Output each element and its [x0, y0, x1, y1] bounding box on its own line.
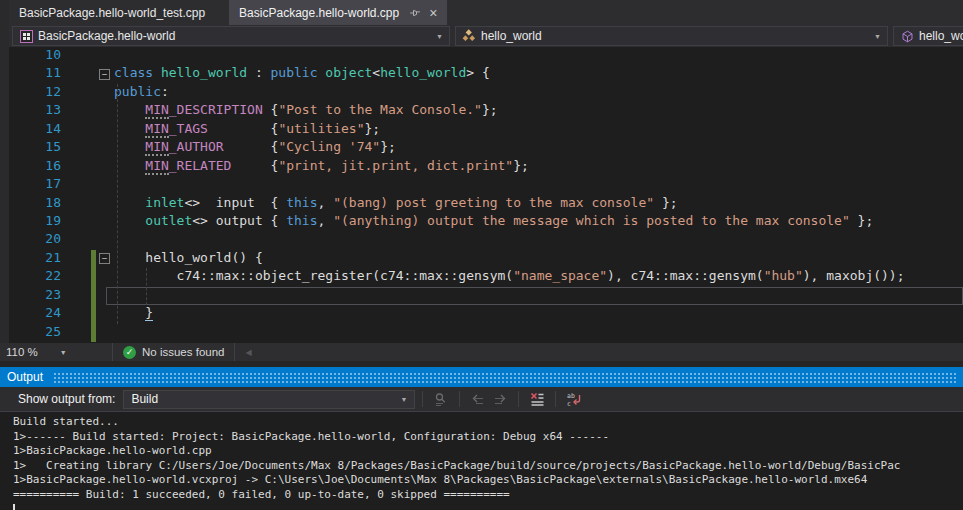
chevron-down-icon: ▼: [400, 396, 407, 403]
line-number: 19: [9, 213, 67, 231]
change-tracking-margin: [67, 47, 98, 343]
divider: [518, 391, 519, 407]
line-number: 16: [9, 158, 67, 176]
output-line: ========== Build: 1 succeeded, 0 failed,…: [13, 488, 963, 503]
code-line[interactable]: MIN_TAGS {"utilities"};: [114, 121, 963, 139]
line-number: 15: [9, 139, 67, 157]
scroll-left-arrow-icon[interactable]: ◀: [245, 348, 251, 357]
text-caret: [13, 504, 15, 510]
code-line[interactable]: [114, 176, 963, 194]
line-number: 20: [9, 231, 67, 249]
line-number: 18: [9, 195, 67, 213]
line-number: 25: [9, 324, 67, 342]
chevron-down-icon: ▼: [430, 33, 443, 40]
editor-status-bar: 110 % ▼ ✓ No issues found ◀: [0, 343, 963, 361]
word-wrap-icon[interactable]: abc: [565, 390, 583, 408]
output-line: 1>------ Build started: Project: BasicPa…: [13, 430, 963, 445]
code-line[interactable]: public:: [114, 84, 963, 102]
close-icon[interactable]: ×: [429, 6, 437, 20]
fold-collapse-icon[interactable]: −: [99, 69, 110, 80]
horizontal-scrollbar[interactable]: ◀: [235, 343, 963, 361]
output-line: 1>BasicPackage.hello-world.cpp: [13, 444, 963, 459]
line-number: 24: [9, 305, 67, 323]
svg-text:c: c: [567, 400, 571, 408]
class-icon: [462, 29, 476, 43]
line-number: 14: [9, 121, 67, 139]
find-message-icon[interactable]: [432, 390, 450, 408]
divider: [422, 391, 423, 407]
svg-text:ab: ab: [567, 392, 575, 400]
code-line[interactable]: MIN_DESCRIPTION {"Post to the Max Consol…: [114, 102, 963, 120]
indent-guide: [117, 84, 118, 324]
code-line[interactable]: [114, 324, 963, 342]
line-number: 17: [9, 176, 67, 194]
line-number: 11: [9, 65, 67, 83]
title-bar-drag-grip: [53, 371, 957, 383]
line-number: 23: [9, 287, 67, 305]
previous-message-icon[interactable]: [469, 390, 487, 408]
fold-collapse-icon[interactable]: −: [99, 253, 110, 264]
change-bar: [91, 250, 96, 342]
code-line[interactable]: hello_world() {: [114, 250, 963, 268]
output-log-area[interactable]: Build started...1>------ Build started: …: [0, 411, 963, 510]
tab-label: BasicPackage.hello-world_test.cpp: [19, 6, 205, 20]
next-message-icon[interactable]: [491, 390, 509, 408]
zoom-level-value: 110 %: [6, 346, 38, 358]
method-icon: [900, 29, 914, 43]
show-output-from-label: Show output from:: [18, 392, 115, 406]
line-number-gutter: 10111213141516171819202122232425: [9, 47, 67, 343]
code-line[interactable]: MIN_AUTHOR {"Cycling '74"};: [114, 139, 963, 157]
check-circle-icon: ✓: [123, 346, 136, 359]
project-dropdown-label: BasicPackage.hello-world: [38, 29, 175, 43]
output-line: 1>BasicPackage.hello-world.vcxproj -> C:…: [13, 473, 963, 488]
member-dropdown[interactable]: hello_world ▼: [893, 26, 963, 46]
cpp-project-icon: [19, 29, 33, 43]
document-tab-bar: BasicPackage.hello-world_test.cpp BasicP…: [9, 0, 963, 25]
type-dropdown-label: hello_world: [481, 29, 542, 43]
output-source-dropdown[interactable]: Build ▼: [123, 390, 415, 409]
indent-guide: [146, 268, 147, 305]
code-line[interactable]: inlet<> input { this, "(bang) post greet…: [114, 195, 963, 213]
code-line[interactable]: class hello_world : public object<hello_…: [114, 65, 963, 83]
visual-studio-window: BasicPackage.hello-world_test.cpp BasicP…: [0, 0, 963, 510]
chevron-down-icon: ▼: [60, 349, 67, 356]
divider: [459, 391, 460, 407]
code-text-area[interactable]: class hello_world : public object<hello_…: [112, 47, 963, 343]
output-panel-title-bar[interactable]: Output: [0, 367, 963, 387]
tab-hello-world-cpp[interactable]: BasicPackage.hello-world.cpp ×: [229, 0, 447, 25]
editor-navigation-bar: BasicPackage.hello-world ▼ hello_world ▼…: [9, 25, 963, 47]
line-number: 10: [9, 47, 67, 65]
line-number: 13: [9, 102, 67, 120]
tab-label: BasicPackage.hello-world.cpp: [239, 6, 399, 20]
zoom-level-dropdown[interactable]: 110 % ▼: [0, 343, 112, 361]
code-line[interactable]: }: [114, 305, 963, 323]
code-line[interactable]: [114, 287, 963, 305]
code-line[interactable]: c74::max::object_register(c74::max::gens…: [114, 268, 963, 286]
output-panel-title: Output: [7, 370, 43, 384]
code-line[interactable]: MIN_RELATED {"print, jit.print, dict.pri…: [114, 158, 963, 176]
output-toolbar: Show output from: Build ▼ abc: [0, 387, 963, 411]
output-line: 1> Creating library C:/Users/Joe/Documen…: [13, 459, 963, 474]
output-line: Build started...: [13, 415, 963, 430]
chevron-down-icon: ▼: [868, 33, 881, 40]
line-number: 22: [9, 268, 67, 286]
divider: [555, 391, 556, 407]
pin-icon[interactable]: [409, 7, 421, 19]
output-source-value: Build: [131, 392, 158, 406]
output-line: [13, 503, 963, 510]
type-dropdown[interactable]: hello_world ▼: [455, 26, 888, 46]
code-editor[interactable]: 10111213141516171819202122232425 −− clas…: [9, 47, 963, 343]
code-line[interactable]: [114, 47, 963, 65]
health-label: No issues found: [142, 346, 224, 358]
member-dropdown-label: hello_world: [919, 29, 963, 43]
tab-hello-world-test-cpp[interactable]: BasicPackage.hello-world_test.cpp: [9, 0, 229, 25]
project-dropdown[interactable]: BasicPackage.hello-world ▼: [12, 26, 450, 46]
line-number: 12: [9, 84, 67, 102]
clear-all-icon[interactable]: [528, 390, 546, 408]
document-health-indicator[interactable]: ✓ No issues found: [113, 343, 234, 361]
line-number: 21: [9, 250, 67, 268]
code-line[interactable]: [114, 231, 963, 249]
code-line[interactable]: outlet<> output { this, "(anything) outp…: [114, 213, 963, 231]
